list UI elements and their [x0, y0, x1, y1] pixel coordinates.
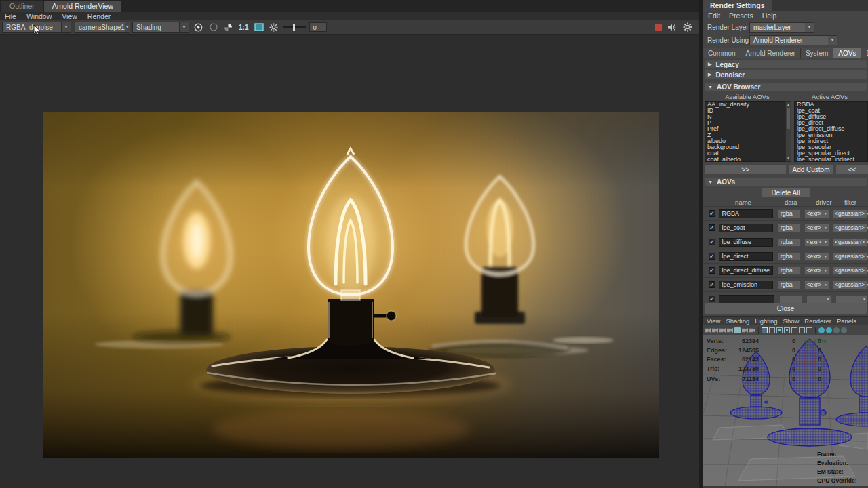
viewport-canvas[interactable]: Verts:6239400Edges:12450500Faces:6214300…	[703, 336, 868, 486]
menu-help[interactable]: Help	[762, 12, 777, 20]
list-item[interactable]: AA_inv_density	[705, 102, 785, 108]
scroll-down-icon[interactable]: ▼	[786, 155, 791, 161]
aov-driver-dropdown[interactable]: <exr>▼	[804, 209, 829, 218]
viewport-toolbar-icon-15[interactable]	[806, 327, 812, 333]
menu-presets[interactable]: Presets	[729, 12, 753, 20]
tab-common[interactable]: Common	[703, 48, 741, 58]
aov-name-field[interactable]: lpe_direct_diffuse	[719, 266, 773, 275]
aov-data-field[interactable]: rgba	[778, 209, 802, 218]
viewport-toolbar-icon-2[interactable]	[712, 327, 718, 333]
list-item[interactable]: Pref	[705, 126, 785, 132]
aov-filter-dropdown[interactable]: <gaussian>▼	[833, 224, 868, 232]
menu-window[interactable]: Window	[26, 12, 52, 20]
delete-all-button[interactable]: Delete All	[762, 188, 810, 197]
move-left-button[interactable]: <<	[836, 165, 868, 174]
scrollbar-thumb[interactable]	[787, 108, 790, 129]
section-aov-browser[interactable]: ▼ AOV Browser	[705, 83, 867, 91]
aov-driver-dropdown[interactable]: <exr>▼	[804, 266, 829, 275]
aov-filter-dropdown[interactable]: <gaussian>▼	[833, 209, 868, 218]
viewport-toolbar-icon-14[interactable]	[799, 327, 805, 333]
viewport-toolbar-icon-5[interactable]	[734, 327, 741, 333]
aov-driver-dropdown[interactable]: ▼	[806, 295, 831, 304]
aov-data-field[interactable]: rgba	[778, 224, 802, 232]
aov-filter-dropdown[interactable]: <gaussian>▼	[833, 252, 868, 261]
viewport-menu-lighting[interactable]: Lighting	[755, 317, 777, 325]
menu-render[interactable]: Render	[87, 12, 111, 20]
aov-name-field[interactable]: lpe_diffuse	[719, 238, 773, 247]
aov-filter-dropdown[interactable]: ▼	[835, 295, 868, 304]
render-using-dropdown[interactable]: Arnold Renderer ▼	[749, 35, 837, 45]
tab-arnold-renderer[interactable]: Arnold Renderer	[741, 48, 801, 58]
add-custom-button[interactable]: Add Custom	[789, 165, 833, 174]
aov-name-field[interactable]: lpe_coat	[719, 224, 773, 232]
aov-filter-dropdown[interactable]: <gaussian>▼	[833, 281, 868, 289]
aov-enabled-checkbox[interactable]: ✓	[709, 281, 715, 288]
viewport-toolbar-icon-10[interactable]	[769, 327, 775, 333]
aov-enabled-checkbox[interactable]: ✓	[709, 210, 715, 217]
aov-filter-dropdown[interactable]: <gaussian>▼	[833, 266, 868, 275]
scroll-up-icon[interactable]: ▲	[786, 102, 791, 108]
aov-enabled-checkbox[interactable]: ✓	[709, 296, 715, 302]
aov-name-field[interactable]: lpe_emission	[719, 281, 773, 289]
render-layer-dropdown[interactable]: masterLayer ▼	[749, 22, 814, 33]
exposure-gear-icon[interactable]	[268, 22, 279, 33]
available-aovs-list[interactable]: AA_inv_densityIDNPPrefZalbedobackgroundc…	[705, 101, 785, 162]
aov-driver-dropdown[interactable]: <exr>▼	[804, 224, 829, 232]
stop-render-icon[interactable]	[655, 24, 662, 30]
aov-data-field[interactable]: rgba	[778, 266, 802, 275]
aov-name-field[interactable]	[719, 295, 774, 304]
aov-name-field[interactable]: lpe_direct	[719, 252, 773, 261]
viewport-toolbar-icon-17[interactable]	[818, 327, 825, 333]
list-item[interactable]: ID	[705, 108, 785, 114]
section-aovs[interactable]: ▼ AOVs	[705, 178, 867, 186]
viewport-menu-show[interactable]: Show	[783, 317, 800, 325]
render-start-icon[interactable]	[193, 22, 204, 33]
aov-driver-dropdown[interactable]: <exr>▼	[804, 281, 829, 289]
viewport-toolbar-icon-18[interactable]	[826, 327, 832, 333]
aov-enabled-checkbox[interactable]: ✓	[709, 267, 715, 274]
ipr-toggle-icon[interactable]	[208, 22, 219, 33]
display-mode-dropdown[interactable]: Shading ▼	[132, 22, 189, 33]
exposure-slider[interactable]	[283, 26, 306, 28]
tab-arnold-renderview[interactable]: Arnold RenderView	[44, 1, 121, 12]
exposure-value-field[interactable]: 0	[309, 22, 327, 32]
region-render-icon[interactable]	[253, 22, 264, 33]
menu-view[interactable]: View	[62, 12, 77, 20]
viewport-menu-view[interactable]: View	[707, 317, 720, 325]
viewport-toolbar-icon-3[interactable]	[719, 327, 726, 333]
tab-diagnostics[interactable]: Diagnostics	[861, 48, 868, 58]
viewport-toolbar-icon-1[interactable]	[705, 327, 711, 333]
zoom-1-1-button[interactable]: 1:1	[237, 24, 250, 31]
menu-edit[interactable]: Edit	[708, 12, 720, 20]
exposure-slider-handle[interactable]	[293, 24, 295, 30]
viewport-menu-renderer[interactable]: Renderer	[804, 317, 831, 325]
viewport-toolbar-icon-20[interactable]	[841, 327, 847, 333]
background-swatch-icon[interactable]	[222, 22, 234, 33]
move-right-button[interactable]: >>	[705, 165, 786, 174]
aov-enabled-checkbox[interactable]: ✓	[709, 253, 715, 260]
viewport-toolbar-icon-4[interactable]	[727, 327, 733, 333]
section-legacy[interactable]: ▶ Legacy	[705, 60, 867, 68]
menu-file[interactable]: File	[5, 12, 16, 20]
aov-name-field[interactable]: RGBA	[719, 209, 773, 218]
viewport-toolbar-icon-6[interactable]	[742, 327, 748, 333]
tab-aovs[interactable]: AOVs	[833, 48, 861, 58]
aov-data-field[interactable]	[779, 295, 804, 304]
viewport-menu-shading[interactable]: Shading	[726, 317, 749, 325]
viewport-toolbar-icon-19[interactable]	[833, 327, 840, 333]
viewport-toolbar-icon-7[interactable]	[749, 327, 755, 333]
available-aovs-scrollbar[interactable]: ▲ ▼	[785, 101, 791, 162]
viewport-toolbar-icon-11[interactable]	[776, 327, 783, 333]
tab-system[interactable]: System	[801, 48, 833, 58]
tab-outliner[interactable]: Outliner	[1, 1, 43, 12]
aov-enabled-checkbox[interactable]: ✓	[709, 224, 715, 231]
aov-data-field[interactable]: rgba	[778, 238, 802, 247]
aov-data-field[interactable]: rgba	[778, 281, 802, 289]
viewport-menu-panels[interactable]: Panels	[837, 317, 856, 325]
section-denoiser[interactable]: ▶ Denoiser	[705, 70, 867, 79]
aov-enabled-checkbox[interactable]: ✓	[709, 239, 715, 245]
viewport-toolbar-icon-13[interactable]	[791, 327, 797, 333]
viewport-toolbar-icon-12[interactable]	[784, 327, 790, 333]
list-item[interactable]: N	[705, 114, 785, 120]
list-item[interactable]: lpe_specular_indirect	[795, 157, 867, 162]
